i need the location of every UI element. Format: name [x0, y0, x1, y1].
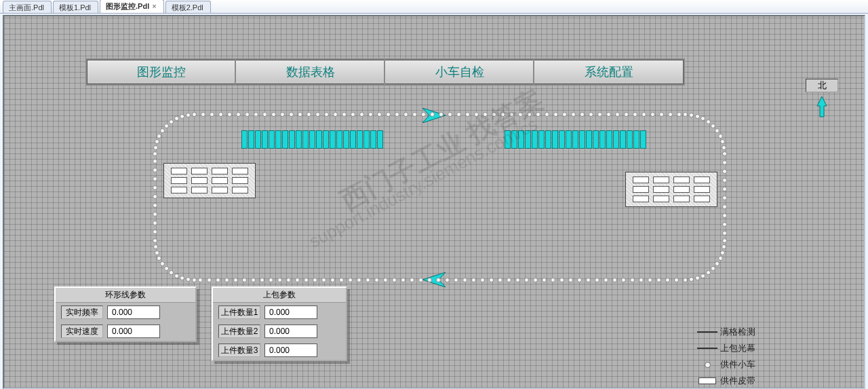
- nav-button-3[interactable]: 系统配置: [534, 60, 684, 84]
- track-dot: [153, 212, 157, 217]
- track-dot: [722, 151, 727, 156]
- station-cell: [232, 168, 248, 174]
- conveyor-slot: [316, 130, 322, 149]
- track-dot: [551, 278, 555, 282]
- station-cell: [694, 177, 710, 183]
- station-cell: [191, 187, 208, 193]
- conveyor-slot: [593, 130, 599, 149]
- nav-button-1[interactable]: 数据表格: [236, 60, 385, 84]
- track-dot: [201, 112, 205, 117]
- conveyor-slot: [262, 130, 268, 149]
- track-dot: [586, 278, 591, 282]
- track-dot: [606, 112, 611, 117]
- conveyor-slot: [241, 130, 248, 149]
- track-dot: [683, 278, 688, 282]
- conveyor-slot: [309, 130, 315, 149]
- track-dot: [403, 112, 408, 117]
- track-dot: [715, 128, 719, 133]
- track-dot: [536, 112, 540, 117]
- track-dot: [448, 112, 452, 117]
- track-dot: [722, 196, 727, 200]
- upper-param-row: 上件数量2: [213, 322, 346, 341]
- track-dot: [711, 124, 715, 128]
- conveyor-slot: [599, 130, 606, 149]
- track-dot: [498, 278, 502, 282]
- track-dot: [236, 112, 241, 117]
- track-dot: [722, 238, 727, 243]
- conveyor-slot: [627, 130, 633, 149]
- nav-button-2[interactable]: 小车自检: [385, 60, 534, 84]
- track-dot: [597, 112, 602, 117]
- track-dot: [153, 151, 157, 156]
- track-dot: [515, 278, 520, 282]
- track-dot: [621, 278, 626, 282]
- track-dot: [280, 112, 285, 117]
- track-dot: [650, 112, 655, 117]
- legend: 满格检测上包光幕供件小车供件皮带: [694, 324, 823, 389]
- track-dot: [722, 204, 727, 209]
- track-dot: [153, 229, 157, 234]
- upper-param-row: 上件数量1: [213, 303, 346, 322]
- track-dot: [656, 278, 661, 282]
- track-dot: [359, 112, 364, 117]
- track-dot: [153, 221, 157, 225]
- arrow-left-icon: [422, 272, 446, 287]
- conveyor-slot: [248, 130, 254, 149]
- close-icon[interactable]: ×: [152, 2, 156, 10]
- legend-row: 满格检测: [694, 324, 823, 340]
- station-cell: [694, 186, 710, 193]
- track-dot: [454, 278, 458, 282]
- track-dot: [153, 194, 157, 199]
- loop-param-row: 实时频率: [56, 303, 195, 322]
- conveyor-slot: [518, 130, 524, 149]
- track-dot: [474, 112, 479, 117]
- loop-param-input[interactable]: [107, 325, 160, 338]
- tab-0[interactable]: 主画面.Pdl: [3, 1, 52, 13]
- track-dot: [260, 278, 264, 282]
- track-dot: [174, 116, 179, 121]
- track-dot: [665, 278, 670, 282]
- upper-param-input[interactable]: [264, 325, 317, 338]
- upper-param-label: 上件数量1: [218, 305, 260, 319]
- compass: 北: [806, 79, 838, 118]
- station-cell: [171, 177, 187, 184]
- track-dot: [421, 112, 426, 117]
- track-dot: [648, 278, 652, 282]
- track-dot: [153, 145, 158, 150]
- design-canvas: 图形监控数据表格小车自检系统配置 北 环形线参数 实时频率实时速度 上包参数 上…: [3, 15, 865, 389]
- tab-3[interactable]: 模板2.Pdl: [165, 1, 211, 13]
- track-dot: [153, 203, 157, 208]
- track-dot: [677, 112, 682, 117]
- station-cell: [191, 168, 208, 174]
- track-dot: [722, 145, 726, 150]
- track-dot: [383, 278, 388, 282]
- param-panel-upper: 上包参数 上件数量1上件数量2上件数量3: [212, 286, 347, 361]
- track-dot: [313, 278, 317, 282]
- track-dot: [271, 112, 276, 117]
- conveyor-slot: [282, 130, 288, 149]
- track-dot: [480, 278, 485, 282]
- track-dot: [368, 112, 373, 117]
- conveyor-slot: [370, 130, 376, 149]
- station-cell: [673, 196, 690, 202]
- track-dot: [395, 112, 399, 117]
- conveyor-slot: [606, 130, 612, 149]
- track-dot: [559, 278, 564, 282]
- track-dot: [722, 187, 727, 191]
- track-dot: [357, 278, 361, 282]
- track-dot: [192, 278, 197, 282]
- track-dot: [580, 112, 585, 117]
- track-dot: [153, 238, 157, 243]
- track-dot: [169, 270, 174, 275]
- upper-param-input[interactable]: [264, 305, 317, 319]
- nav-button-0[interactable]: 图形监控: [87, 60, 236, 84]
- upper-param-input[interactable]: [264, 344, 317, 357]
- tab-2[interactable]: 图形监控.Pdl×: [100, 0, 164, 13]
- track-dot: [366, 278, 370, 282]
- loop-param-input[interactable]: [107, 305, 160, 319]
- conveyor-slot: [552, 130, 558, 149]
- tab-1[interactable]: 模板1.Pdl: [53, 1, 98, 13]
- station-cell: [171, 168, 187, 174]
- track-dot: [489, 278, 494, 282]
- track-dot: [153, 185, 157, 190]
